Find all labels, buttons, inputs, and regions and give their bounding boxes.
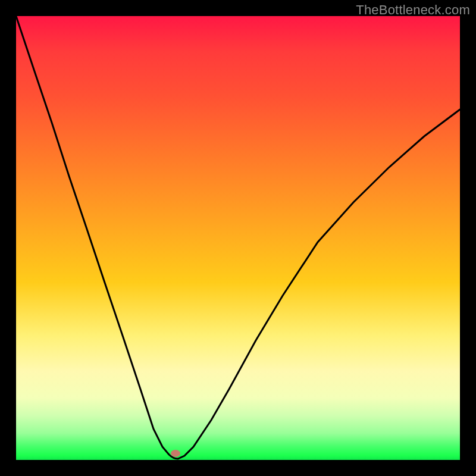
bottleneck-curve [16, 16, 460, 460]
watermark-text: TheBottleneck.com [356, 2, 470, 18]
optimal-point-marker [171, 450, 180, 457]
curve-path [16, 16, 460, 459]
